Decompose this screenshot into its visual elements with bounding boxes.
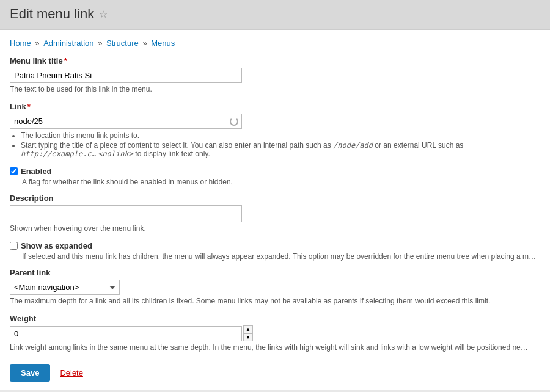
link-hint-2: Start typing the title of a piece of con… (21, 141, 540, 158)
parent-link-label: Parent link (10, 268, 540, 277)
enabled-hint: A flag for whether the link should be en… (22, 178, 540, 186)
weight-increment-button[interactable]: ▲ (243, 325, 253, 333)
page-title-text: Edit menu link (10, 6, 94, 22)
menu-link-title-group: Menu link title* The text to be used for… (10, 56, 540, 93)
weight-spinner: ▲ ▼ (243, 325, 253, 341)
breadcrumb-administration[interactable]: Administration (43, 38, 94, 48)
breadcrumb-home[interactable]: Home (10, 38, 31, 48)
page-title: Edit menu link ☆ (10, 6, 540, 22)
weight-decrement-button[interactable]: ▼ (243, 333, 253, 341)
show-expanded-group: Show as expanded If selected and this me… (10, 241, 540, 261)
weight-input-wrapper: ▲ ▼ (10, 325, 540, 341)
link-input[interactable] (10, 114, 242, 129)
show-expanded-hint: If selected and this menu link has child… (22, 252, 540, 261)
description-label: Description (10, 194, 540, 203)
link-hints: The location this menu link points to. S… (21, 131, 540, 158)
link-label: Link* (10, 102, 540, 111)
link-group: Link* The location this menu link points… (10, 102, 540, 158)
menu-link-title-input[interactable] (10, 68, 242, 83)
menu-link-title-hint: The text to be used for this link in the… (10, 85, 540, 93)
link-input-wrapper (10, 114, 242, 129)
link-spinner-icon (230, 117, 238, 126)
weight-label: Weight (10, 314, 540, 323)
parent-link-hint: The maximum depth for a link and all its… (10, 297, 540, 305)
description-input[interactable] (10, 205, 242, 222)
description-group: Description Shown when hovering over the… (10, 194, 540, 233)
bookmark-icon[interactable]: ☆ (99, 9, 108, 20)
breadcrumb: Home » Administration » Structure » Menu… (10, 38, 540, 48)
breadcrumb-structure[interactable]: Structure (106, 38, 139, 48)
enabled-label[interactable]: Enabled (10, 167, 540, 176)
show-expanded-checkbox[interactable] (10, 242, 18, 250)
show-expanded-label[interactable]: Show as expanded (10, 241, 540, 250)
parent-link-group: Parent link <Main navigation> <No parent… (10, 268, 540, 305)
parent-link-select[interactable]: <Main navigation> <No parent> (10, 280, 120, 295)
menu-link-title-label: Menu link title* (10, 56, 540, 65)
enabled-checkbox[interactable] (10, 167, 18, 175)
enabled-group: Enabled A flag for whether the link shou… (10, 167, 540, 186)
weight-hint: Link weight among links in the same menu… (10, 343, 540, 352)
weight-group: Weight ▲ ▼ Link weight among links in th… (10, 314, 540, 352)
breadcrumb-menus[interactable]: Menus (151, 38, 175, 48)
button-row: Save Delete (10, 364, 540, 382)
delete-button[interactable]: Delete (60, 368, 83, 377)
save-button[interactable]: Save (10, 364, 50, 382)
link-hint-1: The location this menu link points to. (21, 131, 540, 140)
description-hint: Shown when hovering over the menu link. (10, 224, 540, 233)
weight-input[interactable] (10, 326, 242, 341)
